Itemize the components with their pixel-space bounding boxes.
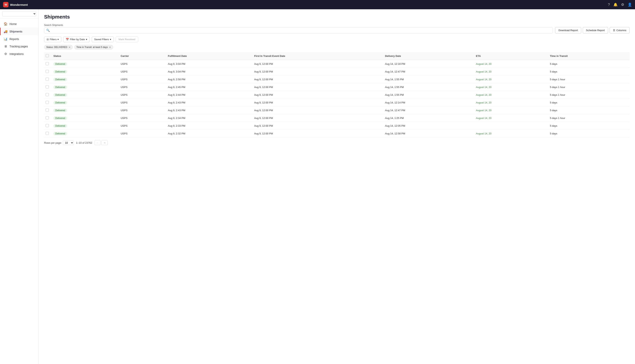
row-eta: August 14, 20 xyxy=(474,83,547,91)
table-row[interactable]: Delivered USPS Aug 9, 2:45 PM Aug 9, 12:… xyxy=(44,83,629,91)
monitor-icon: 🖥 xyxy=(4,45,8,48)
row-checkbox-cell[interactable] xyxy=(44,122,51,130)
row-first-transit: Aug 9, 12:00 PM xyxy=(252,99,383,106)
status-badge: Delivered xyxy=(54,93,67,97)
row-transit-time: 5 days 1 hour xyxy=(547,83,629,91)
row-checkbox[interactable] xyxy=(46,70,49,73)
sidebar-item-home[interactable]: 🏠 Home xyxy=(0,20,39,28)
table-row[interactable]: Delivered USPS Aug 9, 2:43 PM Aug 9, 12:… xyxy=(44,106,629,114)
row-eta: August 14, 20 xyxy=(474,99,547,106)
chevron-down-icon-3: ▾ xyxy=(110,38,111,41)
row-checkbox[interactable] xyxy=(46,78,49,81)
col-select-all[interactable] xyxy=(44,52,51,60)
row-status: Delivered xyxy=(51,83,118,91)
row-eta: August 14, 20 xyxy=(474,91,547,99)
rows-per-page-select[interactable]: 10 25 50 100 xyxy=(63,140,74,145)
table-row[interactable]: Delivered USPS Aug 9, 3:04 PM Aug 9, 12:… xyxy=(44,60,629,68)
chip-transit-close[interactable]: ✕ xyxy=(109,46,111,48)
eta-link[interactable]: August 14, 20 xyxy=(476,109,491,112)
select-all-checkbox[interactable] xyxy=(46,54,49,57)
filter-by-date-button[interactable]: 📅 Filter by Date ▾ xyxy=(63,36,90,42)
main-layout: 🏠 Home 🚚 Shipments 📊 Reports 🖥 Tracking … xyxy=(0,9,635,364)
row-delivery: Aug 14, 12:47 PM xyxy=(383,106,474,114)
row-checkbox[interactable] xyxy=(46,116,49,119)
page-title: Shipments xyxy=(44,14,629,20)
user-icon[interactable]: 👤 xyxy=(628,2,632,7)
eta-link[interactable]: August 14, 20 xyxy=(476,94,491,96)
row-checkbox-cell[interactable] xyxy=(44,91,51,99)
row-transit-time: 5 days 1 hour xyxy=(547,76,629,83)
row-checkbox[interactable] xyxy=(46,108,49,112)
next-page-button[interactable]: → xyxy=(101,140,108,145)
table-row[interactable]: Delivered USPS Aug 9, 2:58 PM Aug 9, 12:… xyxy=(44,76,629,83)
sidebar-item-reports[interactable]: 📊 Reports xyxy=(0,35,39,43)
calendar-icon: 📅 xyxy=(66,38,69,41)
columns-button[interactable]: ☰ Columns xyxy=(610,27,629,34)
chart-icon: 📊 xyxy=(4,37,8,41)
row-checkbox-cell[interactable] xyxy=(44,130,51,138)
row-checkbox-cell[interactable] xyxy=(44,76,51,83)
eta-link[interactable]: August 14, 20 xyxy=(476,101,491,104)
row-delivery: Aug 14, 12:05 PM xyxy=(383,122,474,130)
sidebar-nav: 🏠 Home 🚚 Shipments 📊 Reports 🖥 Tracking … xyxy=(0,18,39,59)
row-checkbox[interactable] xyxy=(46,132,49,135)
search-label: Search Shipments xyxy=(44,24,553,26)
row-checkbox-cell[interactable] xyxy=(44,106,51,114)
mark-resolved-button[interactable]: Mark Resolved xyxy=(116,36,138,42)
help-icon[interactable]: ? xyxy=(608,3,610,7)
eta-link[interactable]: August 14, 20 xyxy=(476,117,491,120)
row-status: Delivered xyxy=(51,60,118,68)
sidebar-item-integrations[interactable]: ⚙ Integrations xyxy=(0,50,39,58)
row-checkbox[interactable] xyxy=(46,62,49,65)
row-eta: August 14, 20 xyxy=(474,106,547,114)
filters-button[interactable]: ⊟ Filters ▾ xyxy=(44,36,61,42)
table-row[interactable]: Delivered USPS Aug 9, 2:43 PM Aug 9, 12:… xyxy=(44,99,629,106)
status-badge: Delivered xyxy=(54,132,67,136)
schedule-report-button[interactable]: Schedule Report xyxy=(583,27,608,34)
app-name: Wonderment xyxy=(10,3,28,6)
filter-icon: ⊟ xyxy=(47,38,49,41)
table-row[interactable]: Delivered USPS Aug 9, 2:44 PM Aug 9, 12:… xyxy=(44,91,629,99)
row-checkbox-cell[interactable] xyxy=(44,68,51,76)
table-row[interactable]: Delivered USPS Aug 9, 2:32 PM Aug 9, 12:… xyxy=(44,130,629,138)
row-carrier: USPS xyxy=(118,130,165,138)
table-row[interactable]: Delivered USPS Aug 9, 2:34 PM Aug 9, 12:… xyxy=(44,114,629,122)
row-checkbox[interactable] xyxy=(46,101,49,104)
eta-link[interactable]: August 14, 20 xyxy=(476,132,491,135)
sidebar-item-tracking-pages[interactable]: 🖥 Tracking pages xyxy=(0,43,39,50)
status-badge: Delivered xyxy=(54,62,67,66)
bell-icon[interactable]: 🔔 xyxy=(613,2,617,7)
sidebar-item-tracking-label: Tracking pages xyxy=(10,45,28,48)
row-checkbox-cell[interactable] xyxy=(44,83,51,91)
sidebar-item-shipments[interactable]: 🚚 Shipments xyxy=(0,28,39,35)
search-input-wrap: 🔍 xyxy=(44,27,553,34)
chip-status-close[interactable]: ✕ xyxy=(69,46,71,48)
row-checkbox-cell[interactable] xyxy=(44,114,51,122)
row-carrier: USPS xyxy=(118,114,165,122)
table-row[interactable]: Delivered USPS Aug 9, 2:33 PM Aug 9, 12:… xyxy=(44,122,629,130)
row-checkbox-cell[interactable] xyxy=(44,99,51,106)
row-checkbox[interactable] xyxy=(46,93,49,96)
prev-page-button[interactable]: ← xyxy=(95,140,101,145)
col-fulfillment-date: Fulfillment Date xyxy=(166,52,252,60)
row-first-transit: Aug 9, 12:00 PM xyxy=(252,122,383,130)
eta-link[interactable]: August 14, 20 xyxy=(476,62,491,65)
row-carrier: USPS xyxy=(118,60,165,68)
gear-icon[interactable]: ⚙ xyxy=(621,2,624,7)
search-input[interactable] xyxy=(52,29,551,32)
row-checkbox[interactable] xyxy=(46,124,49,127)
row-checkbox[interactable] xyxy=(46,85,49,88)
eta-link[interactable]: August 14, 20 xyxy=(476,86,491,88)
sidebar: 🏠 Home 🚚 Shipments 📊 Reports 🖥 Tracking … xyxy=(0,9,39,364)
store-selector[interactable] xyxy=(2,11,36,16)
eta-link[interactable]: August 14, 20 xyxy=(476,78,491,81)
eta-link[interactable]: August 14, 20 xyxy=(476,70,491,73)
search-wrapper: Search Shipments 🔍 xyxy=(44,24,553,34)
saved-filters-button[interactable]: Saved Filters ▾ xyxy=(92,36,114,42)
store-selector-wrap[interactable] xyxy=(0,9,39,18)
row-checkbox-cell[interactable] xyxy=(44,60,51,68)
table-row[interactable]: Delivered USPS Aug 9, 3:04 PM Aug 9, 12:… xyxy=(44,68,629,76)
row-status: Delivered xyxy=(51,122,118,130)
row-status: Delivered xyxy=(51,130,118,138)
download-report-button[interactable]: Download Report xyxy=(555,27,581,34)
